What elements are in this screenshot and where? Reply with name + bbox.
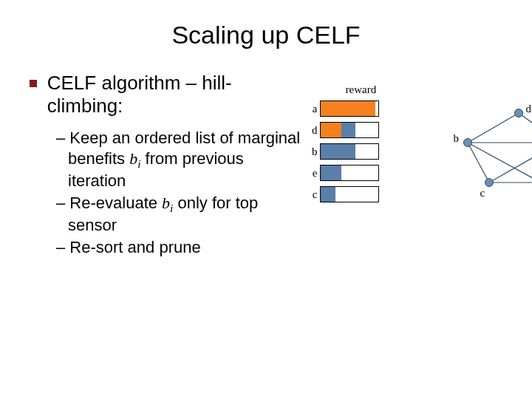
bar-segment-blue [321, 187, 335, 202]
figure-column: reward a d b [301, 72, 510, 259]
reward-bar-chart: reward a d b [305, 83, 416, 202]
bar-segment-blue [321, 144, 355, 159]
sub2-text-a: Re-evaluate [69, 194, 162, 212]
bar-segment-orange [321, 101, 375, 116]
graph-node-label: d [525, 103, 531, 115]
svg-line-0 [468, 113, 519, 143]
bar-segment-blue [341, 123, 356, 137]
sub3-text: Re-sort and prune [69, 238, 200, 256]
bar-label: d [305, 124, 317, 137]
graph-diagram: d b a c e [449, 101, 532, 227]
sub2-var-b: b [162, 194, 170, 212]
bar-segment-blue [321, 166, 341, 180]
bar-label: a [305, 103, 317, 115]
bar-row: a [305, 100, 416, 117]
heading-text: CELF algorithm – hill-climbing: [47, 72, 301, 117]
dash-icon: – [56, 194, 69, 212]
bar-row: c [305, 186, 416, 202]
sub1-var-b: b [129, 149, 137, 168]
bar-row: e [305, 165, 416, 181]
graph-node-label: c [480, 187, 485, 200]
svg-line-1 [519, 113, 532, 143]
svg-line-6 [489, 143, 532, 183]
text-column: CELF algorithm – hill-climbing: – Keep a… [30, 72, 301, 259]
bar-label: c [305, 188, 317, 201]
bar-row: b [305, 143, 416, 160]
chart-title: reward [305, 83, 416, 96]
subitem-1: – Keep an ordered list of marginal benef… [56, 128, 301, 191]
bar-track [320, 122, 379, 138]
bar-label: e [305, 167, 317, 180]
bar-label: b [305, 146, 317, 158]
bullet-heading: CELF algorithm – hill-climbing: [30, 72, 301, 117]
dash-icon: – [56, 238, 69, 256]
slide-title: Scaling up CELF [0, 0, 532, 72]
subitem-2: – Re-evaluate bi only for top sensor [56, 193, 301, 236]
bar-row: d [305, 122, 416, 138]
slide-content: CELF algorithm – hill-climbing: – Keep a… [0, 72, 532, 259]
graph-edges [449, 101, 532, 227]
bar-track [320, 165, 379, 181]
square-bullet-icon [30, 80, 37, 87]
dash-icon: – [56, 129, 69, 147]
bar-track [320, 143, 379, 160]
subitem-3: – Re-sort and prune [56, 237, 301, 258]
bar-segment-orange [321, 123, 341, 137]
bar-track [320, 186, 379, 202]
graph-node-label: b [453, 132, 459, 145]
bar-track [320, 100, 379, 117]
